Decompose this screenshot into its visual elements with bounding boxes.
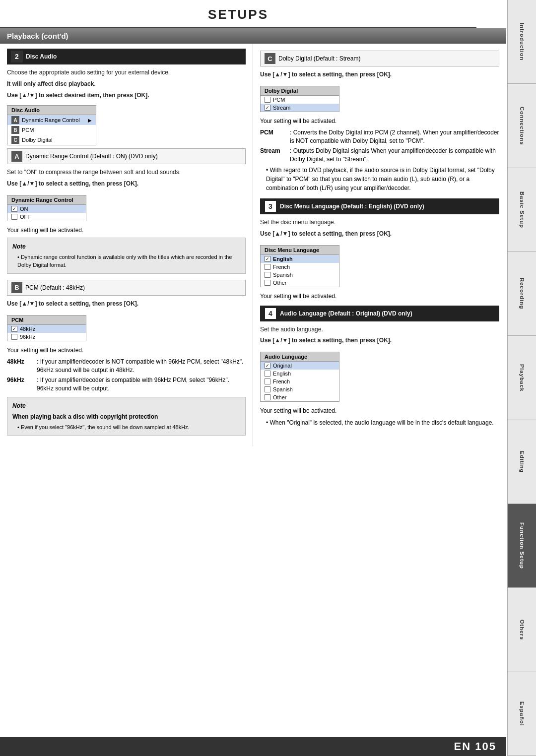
section-header: Playback (cont'd) (0, 28, 506, 44)
lang-french-checkbox[interactable] (265, 264, 270, 270)
step3-number: 3 (265, 201, 276, 212)
section-c-header-row: C Dolby Digital (Default : Stream) (260, 51, 499, 66)
drc-off-checkbox[interactable] (11, 214, 17, 220)
sidebar-tab-others[interactable]: Others (508, 588, 536, 672)
section-b-label: B (11, 282, 22, 293)
audio-lang-menu-header: Audio Language (261, 352, 339, 362)
section-c-instruction: Use [▲/▼] to select a setting, then pres… (260, 70, 499, 79)
audio-spanish-checkbox[interactable] (265, 386, 270, 392)
bottom-bar: EN 105 (0, 737, 506, 756)
step2-number: 2 (11, 51, 23, 63)
audio-original-checkbox[interactable]: ✓ (265, 363, 270, 369)
disc-audio-row-a[interactable]: A Dynamic Range Control ▶ (7, 115, 96, 125)
pcm-48khz-label: 48kHz (20, 326, 35, 332)
sidebar-tab-editing[interactable]: Editing (508, 420, 536, 504)
section-b-header-row: B PCM (Default : 48kHz) (7, 280, 246, 296)
lang-spanish-label: Spanish (273, 272, 293, 278)
audio-other-checkbox[interactable] (265, 394, 270, 400)
pcm-menu-header: PCM (7, 315, 86, 325)
lang-other-row[interactable]: Other (261, 279, 339, 287)
sidebar-tab-function-setup[interactable]: Function Setup (508, 504, 536, 588)
pcm-48khz-row[interactable]: ✓ 48kHz (7, 325, 86, 333)
audio-english-label: English (273, 371, 291, 377)
drc-on-row[interactable]: ✓ ON (7, 205, 86, 213)
disc-audio-letter-c: C (11, 136, 19, 144)
disc-audio-label-a: Dynamic Range Control (22, 117, 80, 123)
lang-english-label: English (273, 256, 293, 262)
step3-title: Disc Menu Language (Default : English) (… (280, 203, 424, 210)
step2-instruction1: Use [▲/▼] to select desired item, then p… (7, 91, 246, 100)
audio-french-checkbox[interactable] (265, 378, 270, 384)
dolby-menu: Dolby Digital PCM ✓ Stream (260, 86, 339, 112)
two-column-layout: 2 Disc Audio Choose the appropriate audi… (0, 44, 506, 446)
section-c-title: Dolby Digital (Default : Stream) (278, 55, 360, 62)
disc-lang-menu-header: Disc Menu Language (261, 246, 339, 255)
audio-english-checkbox[interactable] (265, 371, 270, 377)
disc-audio-letter-a: A (11, 116, 19, 124)
step4-title: Audio Language (Default : Original) (DVD… (280, 310, 412, 317)
sidebar-tab-recording[interactable]: Recording (508, 252, 536, 336)
audio-original-label: Original (273, 363, 292, 369)
section-c-bullet: With regard to DVD playback, if the audi… (260, 166, 499, 192)
audio-french-row[interactable]: French (261, 378, 339, 385)
step4-desc: Set the audio language. (260, 325, 499, 334)
right-inner: C Dolby Digital (Default : Stream) Use [… (260, 49, 499, 427)
dolby-pcm-row[interactable]: PCM (261, 96, 339, 104)
drc-on-checkbox[interactable]: ✓ (11, 206, 17, 212)
disc-audio-arrow-a: ▶ (88, 118, 92, 123)
sidebar-tab-connections[interactable]: Connections (508, 84, 536, 168)
step2-intro2: It will only affect disc playback. (7, 80, 246, 88)
step4-bullet: When "Original" is selected, the audio l… (260, 418, 499, 427)
drc-on-label: ON (20, 206, 28, 212)
disc-lang-menu: Disc Menu Language ✓ English French Span… (260, 245, 339, 287)
step4-instruction: Use [▲/▼] to select a setting, then pres… (260, 336, 499, 345)
sidebar-tab-espanol[interactable]: Español (508, 672, 536, 756)
lang-other-checkbox[interactable] (265, 280, 270, 286)
sidebar: Introduction Connections Basic Setup Rec… (507, 0, 536, 756)
lang-french-label: French (273, 264, 290, 270)
disc-audio-label-c: Dolby Digital (22, 137, 53, 143)
step3-section: 3 Disc Menu Language (Default : English)… (260, 198, 499, 300)
step3-header: 3 Disc Menu Language (Default : English)… (260, 198, 499, 214)
pcm-96khz-checkbox[interactable] (11, 334, 17, 340)
section-b-note-title: Note (12, 401, 240, 410)
lang-spanish-checkbox[interactable] (265, 272, 270, 278)
sidebar-tab-playback[interactable]: Playback (508, 336, 536, 420)
section-c-label: C (265, 53, 275, 64)
dolby-def-pcm: PCM : Converts the Dolby Digital into PC… (260, 128, 499, 145)
section-a-label: A (11, 151, 22, 162)
audio-other-row[interactable]: Other (261, 393, 339, 401)
pcm-96khz-row[interactable]: 96kHz (7, 333, 86, 341)
lang-spanish-row[interactable]: Spanish (261, 271, 339, 279)
audio-other-label: Other (273, 394, 287, 400)
sidebar-tab-basic-setup[interactable]: Basic Setup (508, 168, 536, 252)
lang-french-row[interactable]: French (261, 263, 339, 271)
disc-audio-label-b: PCM (22, 127, 34, 133)
audio-french-label: French (273, 378, 290, 384)
section-a-note-bullet: • Dynamic range control function is avai… (12, 253, 240, 269)
section-a-title: Dynamic Range Control (Default : ON) (DV… (25, 153, 158, 160)
lang-english-checkbox[interactable]: ✓ (265, 256, 270, 262)
section-a-instruction: Use [▲/▼] to select a setting, then pres… (7, 180, 246, 188)
dolby-stream-row[interactable]: ✓ Stream (261, 104, 339, 112)
disc-audio-row-b[interactable]: B PCM (7, 125, 96, 135)
lang-english-row[interactable]: ✓ English (261, 255, 339, 263)
pcm-48khz-checkbox[interactable]: ✓ (11, 326, 17, 332)
dolby-stream-checkbox[interactable]: ✓ (265, 105, 270, 111)
dolby-pcm-checkbox[interactable] (265, 97, 270, 103)
section-c: C Dolby Digital (Default : Stream) Use [… (260, 51, 499, 192)
drc-off-row[interactable]: OFF (7, 213, 86, 221)
audio-english-row[interactable]: English (261, 370, 339, 378)
disc-audio-row-c[interactable]: C Dolby Digital (7, 135, 96, 145)
step4-number: 4 (265, 308, 276, 319)
audio-original-row[interactable]: ✓ Original (261, 362, 339, 370)
sidebar-tab-introduction[interactable]: Introduction (508, 0, 536, 84)
dolby-def-term-stream: Stream (260, 147, 290, 164)
pcm-menu: PCM ✓ 48kHz 96kHz (7, 315, 86, 341)
pcm-def-96khz: 96kHz : If your amplifier/decoder is com… (7, 376, 246, 393)
section-b-note-bullet: • Even if you select "96kHz", the sound … (12, 423, 240, 432)
step2-intro1: Choose the appropriate audio setting for… (7, 68, 246, 77)
audio-spanish-row[interactable]: Spanish (261, 385, 339, 393)
lang-other-label: Other (273, 280, 287, 286)
drc-off-label: OFF (20, 214, 31, 220)
